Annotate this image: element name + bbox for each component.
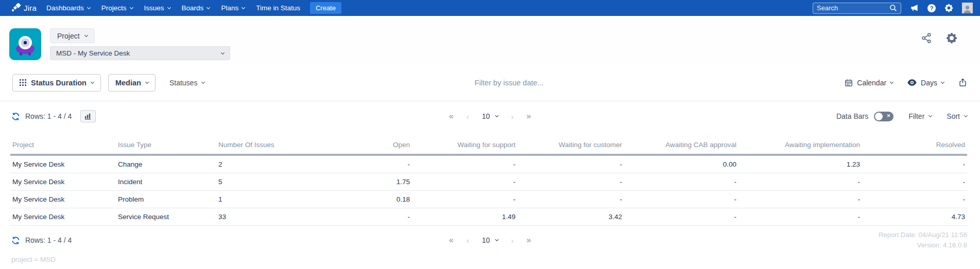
calendar-dropdown[interactable]: Calendar <box>845 79 893 87</box>
table-cell: Service Request <box>116 208 216 226</box>
column-header-awaiting-cab-approval[interactable]: Awaiting CAB approval <box>624 138 738 155</box>
column-header-open[interactable]: Open <box>319 138 412 155</box>
issue-date-filter-input[interactable] <box>424 79 594 87</box>
chevron-down-icon <box>207 5 210 9</box>
table-cell: - <box>518 191 624 208</box>
nav-item-issues[interactable]: Issues <box>139 0 176 16</box>
column-header-resolved[interactable]: Resolved <box>862 138 967 155</box>
page-size-select[interactable]: 10 <box>482 112 498 120</box>
next-page-button[interactable]: › <box>511 236 513 245</box>
last-page-button[interactable]: » <box>526 236 531 245</box>
metric-button[interactable]: Median <box>108 74 156 92</box>
table-cell: - <box>862 191 967 208</box>
chevron-down-icon <box>495 114 498 117</box>
eye-icon <box>907 79 917 86</box>
chart-view-button[interactable] <box>80 110 96 122</box>
table-cell: - <box>862 155 967 173</box>
table-controls: Rows: 1 - 4 / 4 « ‹ 10 › » Data Bars ✕ F… <box>0 101 980 131</box>
column-header-awaiting-implementation[interactable]: Awaiting implementation <box>738 138 862 155</box>
jira-logo[interactable]: Jira <box>7 3 41 13</box>
project-avatar <box>9 28 41 60</box>
table-cell: 3.42 <box>518 208 624 226</box>
scope-selector-button[interactable]: Project <box>50 28 95 43</box>
chevron-down-icon <box>242 5 245 9</box>
refresh-icon[interactable] <box>11 112 20 121</box>
table-cell: - <box>319 208 412 226</box>
table-cell: 33 <box>216 208 319 226</box>
report-version: Version: 4.16.0.8 <box>879 240 967 250</box>
last-page-button[interactable]: » <box>526 112 531 121</box>
report-type-button[interactable]: Status Duration <box>12 74 101 92</box>
report-meta: Report Date: 04/Aug/21 11:56 Version: 4.… <box>879 230 967 250</box>
table-cell: - <box>412 191 518 208</box>
table-cell: 4.73 <box>862 208 967 226</box>
table-cell: 5 <box>216 173 319 191</box>
create-button[interactable]: Create <box>310 2 341 14</box>
table-cell: 1 <box>216 191 319 208</box>
column-header-waiting-for-support[interactable]: Waiting for support <box>412 138 518 155</box>
pagination-top: « ‹ 10 › » <box>449 112 531 121</box>
data-bars-toggle[interactable]: ✕ <box>874 112 893 121</box>
nav-item-dashboards[interactable]: Dashboards <box>41 0 96 16</box>
column-header-number-of-issues[interactable]: Number Of Issues <box>216 138 319 155</box>
pagination-bottom: « ‹ 10 › » <box>449 236 531 245</box>
status-duration-table: ProjectIssue TypeNumber Of IssuesOpenWai… <box>10 138 967 226</box>
statuses-dropdown[interactable]: Statuses <box>169 79 204 87</box>
report-date: Report Date: 04/Aug/21 11:56 <box>879 230 967 240</box>
column-header-project[interactable]: Project <box>10 138 116 155</box>
column-header-waiting-for-customer[interactable]: Waiting for customer <box>518 138 624 155</box>
table-cell: 1.23 <box>738 155 862 173</box>
chevron-down-icon <box>495 238 498 241</box>
filter-dropdown[interactable]: Filter <box>908 112 932 120</box>
table-cell: 1.75 <box>319 173 412 191</box>
previous-page-button[interactable]: ‹ <box>467 112 469 121</box>
table-options: Data Bars ✕ Filter Sort <box>836 112 967 121</box>
chevron-down-icon <box>890 80 893 83</box>
gear-icon[interactable] <box>944 4 953 12</box>
toolbar-right-cluster: Calendar Days <box>845 78 967 87</box>
previous-page-button[interactable]: ‹ <box>467 236 469 245</box>
nav-search-box[interactable] <box>813 3 901 14</box>
table-cell: - <box>862 173 967 191</box>
refresh-icon[interactable] <box>11 236 20 245</box>
nav-item-boards[interactable]: Boards <box>176 0 216 16</box>
table-row: My Service DeskProblem10.18----- <box>10 191 967 208</box>
table-cell: My Service Desk <box>10 173 116 191</box>
time-unit-dropdown[interactable]: Days <box>907 79 944 87</box>
nav-item-time-in-status[interactable]: Time in Status <box>250 0 306 16</box>
project-select[interactable]: MSD - My Service Desk <box>50 46 230 60</box>
first-page-button[interactable]: « <box>449 236 454 245</box>
column-header-issue-type[interactable]: Issue Type <box>116 138 216 155</box>
rows-count-label: Rows: 1 - 4 / 4 <box>25 112 72 120</box>
table-cell: - <box>624 173 738 191</box>
sort-dropdown[interactable]: Sort <box>947 112 967 120</box>
table-header-row: ProjectIssue TypeNumber Of IssuesOpenWai… <box>10 138 967 155</box>
announcement-icon[interactable] <box>910 4 919 12</box>
export-icon[interactable] <box>958 78 967 87</box>
next-page-button[interactable]: › <box>511 112 513 121</box>
table-footer: Rows: 1 - 4 / 4 « ‹ 10 › » Report Date: … <box>0 226 980 255</box>
jql-query-text: project = MSD <box>0 256 980 263</box>
nav-item-projects[interactable]: Projects <box>96 0 139 16</box>
help-icon[interactable]: ? <box>927 4 936 12</box>
first-page-button[interactable]: « <box>449 112 454 121</box>
rows-summary-bottom: Rows: 1 - 4 / 4 <box>11 236 72 245</box>
calendar-icon <box>845 79 853 87</box>
table-cell: 1.49 <box>412 208 518 226</box>
table-cell: - <box>412 173 518 191</box>
jira-logo-icon <box>11 3 21 13</box>
share-icon[interactable] <box>921 32 932 44</box>
table-cell: 0.18 <box>319 191 412 208</box>
table-cell: My Service Desk <box>10 208 116 226</box>
rows-summary: Rows: 1 - 4 / 4 <box>11 110 96 122</box>
rows-count-label: Rows: 1 - 4 / 4 <box>25 236 72 244</box>
nav-item-plans[interactable]: Plans <box>215 0 250 16</box>
settings-gear-icon[interactable] <box>946 32 957 44</box>
page-size-select[interactable]: 10 <box>482 236 498 244</box>
table-cell: Incident <box>116 173 216 191</box>
user-avatar[interactable] <box>962 3 973 13</box>
table-cell: - <box>624 208 738 226</box>
toggle-knob <box>875 113 883 120</box>
table-cell: - <box>319 155 412 173</box>
search-input[interactable] <box>817 4 889 12</box>
